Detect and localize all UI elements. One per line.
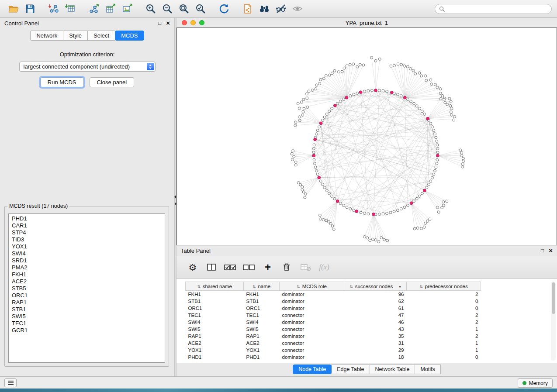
network-node[interactable]: [429, 180, 432, 182]
network-node[interactable]: [315, 84, 318, 86]
network-node[interactable]: [322, 218, 325, 221]
optimization-criterion-select[interactable]: largest connected component (undirected): [19, 62, 156, 72]
network-node[interactable]: [349, 207, 352, 210]
add-column-button[interactable]: +: [260, 259, 275, 275]
network-node[interactable]: [316, 173, 319, 175]
network-node[interactable]: [435, 166, 437, 168]
network-node[interactable]: [420, 75, 423, 77]
network-node[interactable]: [442, 201, 445, 203]
network-node[interactable]: [448, 97, 451, 100]
network-node[interactable]: [406, 204, 409, 207]
network-node[interactable]: [380, 237, 383, 239]
mcds-node[interactable]: [318, 176, 321, 179]
mcds-node[interactable]: [355, 210, 358, 213]
tab-network-table[interactable]: Network Table: [370, 364, 415, 374]
network-node[interactable]: [294, 124, 297, 127]
refresh-button[interactable]: [216, 2, 232, 16]
network-node[interactable]: [318, 214, 321, 217]
network-node[interactable]: [403, 206, 406, 209]
network-node[interactable]: [382, 89, 384, 92]
network-node[interactable]: [349, 95, 352, 97]
network-node[interactable]: [436, 151, 439, 154]
network-node[interactable]: [363, 90, 366, 93]
collapse-left-icon[interactable]: [174, 195, 176, 199]
mcds-node[interactable]: [336, 199, 339, 203]
show-columns-button[interactable]: [204, 259, 219, 275]
network-node[interactable]: [414, 72, 417, 75]
network-node[interactable]: [435, 136, 437, 139]
network-node[interactable]: [371, 238, 374, 241]
network-node[interactable]: [429, 122, 432, 125]
control-panel-float-button[interactable]: □: [158, 21, 161, 26]
network-graph[interactable]: [177, 28, 557, 245]
network-node[interactable]: [315, 169, 318, 172]
network-node[interactable]: [406, 65, 409, 68]
network-node[interactable]: [313, 158, 315, 161]
network-node[interactable]: [459, 149, 462, 151]
network-node[interactable]: [323, 186, 326, 189]
network-node[interactable]: [461, 163, 464, 165]
table-panel-float-button[interactable]: □: [541, 248, 544, 253]
table-row[interactable]: SWI4SWI4dominator462: [186, 319, 481, 326]
network-node[interactable]: [323, 116, 326, 118]
network-node[interactable]: [462, 157, 464, 160]
network-node[interactable]: [370, 56, 373, 59]
mcds-result-item[interactable]: RAP1: [12, 299, 162, 306]
zoom-fit-button[interactable]: [176, 2, 192, 16]
network-node[interactable]: [378, 213, 381, 216]
network-node[interactable]: [436, 206, 439, 209]
network-node[interactable]: [360, 211, 362, 214]
network-node[interactable]: [294, 121, 297, 124]
network-node[interactable]: [446, 103, 449, 106]
network-node[interactable]: [315, 133, 318, 135]
network-node[interactable]: [423, 226, 426, 228]
tab-select[interactable]: Select: [87, 31, 115, 41]
network-node[interactable]: [446, 200, 448, 203]
network-node[interactable]: [332, 228, 335, 230]
table-row[interactable]: FKH1FKH1dominator962: [186, 291, 481, 298]
network-node[interactable]: [437, 211, 440, 213]
network-node[interactable]: [313, 144, 315, 146]
mcds-node[interactable]: [410, 202, 413, 205]
network-node[interactable]: [429, 79, 432, 81]
mcds-result-item[interactable]: YOX1: [12, 243, 162, 250]
search-network-button[interactable]: [256, 2, 273, 16]
mcds-result-item[interactable]: STP4: [12, 229, 162, 236]
network-node[interactable]: [366, 237, 369, 239]
deselect-all-columns-button[interactable]: [242, 259, 256, 275]
network-node[interactable]: [315, 88, 317, 90]
mcds-result-item[interactable]: STB5: [12, 285, 162, 292]
network-node[interactable]: [314, 166, 317, 168]
network-node[interactable]: [423, 113, 426, 115]
network-node[interactable]: [412, 69, 415, 72]
column-header-predecessor-nodes[interactable]: ⇅predecessor nodes: [407, 282, 481, 291]
network-node[interactable]: [450, 113, 453, 116]
network-node[interactable]: [382, 213, 384, 215]
network-node[interactable]: [359, 63, 361, 66]
network-node[interactable]: [367, 213, 370, 215]
network-node[interactable]: [311, 89, 314, 92]
mcds-result-list[interactable]: PHD1CAR1STP4TID3YOX1SWI4SRD1PMA2FKH1ACE2…: [8, 213, 165, 363]
zoom-in-button[interactable]: [142, 2, 159, 16]
network-node[interactable]: [333, 69, 336, 72]
network-node[interactable]: [453, 119, 455, 121]
network-node[interactable]: [409, 67, 412, 70]
network-node[interactable]: [333, 197, 336, 200]
network-node[interactable]: [331, 107, 333, 110]
network-node[interactable]: [418, 195, 421, 197]
table-row[interactable]: SWI5SWI5connector431: [186, 326, 481, 333]
mcds-node[interactable]: [359, 91, 362, 94]
column-header-successor-nodes[interactable]: ⇅successor nodes▾: [344, 282, 407, 291]
network-node[interactable]: [377, 241, 380, 243]
network-node[interactable]: [450, 100, 452, 103]
network-node[interactable]: [343, 204, 345, 207]
table-row[interactable]: STB1STB1dominator620: [186, 298, 481, 305]
network-node[interactable]: [432, 129, 435, 132]
network-node[interactable]: [444, 101, 446, 104]
network-node[interactable]: [410, 100, 412, 103]
mcds-node[interactable]: [403, 96, 406, 99]
network-node[interactable]: [460, 151, 463, 154]
network-node[interactable]: [443, 99, 445, 101]
network-node[interactable]: [389, 211, 392, 214]
network-node[interactable]: [336, 102, 339, 105]
